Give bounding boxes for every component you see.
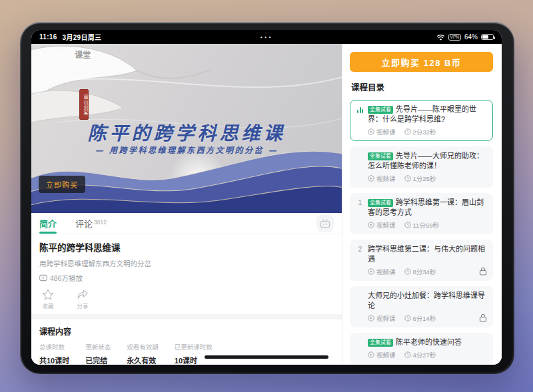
comments-count: 3012 [94, 219, 107, 226]
item-duration: 8分34秒 [413, 267, 436, 276]
course-title: 陈平的跨学科思维课 [39, 240, 334, 254]
course-info-panel: 简介 评论3012 陈平的跨学科思维课 用 [31, 213, 342, 365]
wifi-icon [436, 34, 445, 41]
star-icon [42, 289, 54, 300]
course-banner: bilibili 课堂 眉山剑客 陈平的跨学科思维课 — 用跨学科思维理解东西方… [31, 44, 342, 213]
play-count-icon [39, 274, 47, 282]
bilibili-watermark: bilibili 课堂 [39, 49, 101, 67]
status-date: 3月29日周三 [63, 32, 102, 42]
clock-icon [404, 128, 411, 135]
item-type: 视频课 [376, 267, 396, 276]
catalog-item-3[interactable]: 1 全集试看跨学科思维第一课：眉山剑客的思考方式 视频课 11分59秒 [350, 193, 493, 234]
bilibili-tv-icon[interactable] [316, 215, 334, 232]
item-type: 视频课 [376, 220, 396, 230]
video-type-icon [368, 175, 374, 182]
tab-intro[interactable]: 简介 [39, 213, 57, 234]
stat-updated-lessons: 已更新课时数 10课时 [175, 342, 213, 365]
tab-bar: 简介 评论3012 [31, 213, 342, 234]
clock-time: 11:16 [39, 33, 57, 41]
item-type: 视频课 [376, 350, 396, 359]
clock-icon [404, 315, 411, 321]
item-duration: 2分32秒 [413, 127, 436, 136]
active-tab-underline [39, 232, 57, 234]
item-duration: 4分27秒 [413, 350, 436, 359]
trial-badge: 全集试看 [368, 339, 393, 347]
item-title: 大师兄的小灶加餐：跨学科思维课导论 [368, 292, 485, 309]
item-number: 1 [356, 198, 364, 230]
item-duration: 1分25秒 [413, 174, 436, 183]
ipad-frame: 11:16 3月29日周三 ··· VPN 64% [20, 22, 514, 374]
trial-badge: 全集试看 [368, 106, 393, 114]
favorite-button[interactable]: 收藏 [42, 289, 54, 309]
share-label: 分享 [77, 301, 88, 309]
home-indicator[interactable] [205, 355, 328, 359]
course-subtitle: 用跨学科思维理解东西方文明的分岔 [39, 258, 334, 268]
clock-icon [404, 222, 411, 228]
share-button[interactable]: 分享 [77, 289, 89, 309]
favorite-label: 收藏 [42, 301, 53, 309]
desktop-background: 11:16 3月29日周三 ··· VPN 64% [0, 0, 533, 392]
tab-comments[interactable]: 评论3012 [75, 217, 107, 230]
catalog-sidebar: 立即购买 128 B币 课程目录 全集试看先导片——陈平眼里的世界：什么是跨学科… [342, 44, 502, 365]
status-bar: 11:16 3月29日周三 ··· VPN 64% [31, 30, 502, 44]
video-type-icon [368, 351, 374, 358]
share-icon [77, 289, 89, 300]
video-type-icon [368, 128, 374, 135]
vpn-badge: VPN [448, 34, 461, 41]
catalog-item-1[interactable]: 全集试看先导片——陈平眼里的世界：什么是跨学科思维? 视频课 2分32秒 [350, 100, 493, 141]
stat-update-status: 更新状态 已完结 [85, 342, 111, 365]
catalog-item-4[interactable]: 2 跨学科思维第二课：与伟大的问题相遇 视频课 8分34秒 [350, 240, 493, 281]
item-title: 跨学科思维第二课：与伟大的问题相遇 [368, 245, 485, 263]
item-type: 视频课 [376, 313, 396, 323]
banner-course-title: 陈平的跨学科思维课 [31, 118, 342, 145]
battery-percent: 64% [464, 33, 478, 41]
video-type-icon [368, 315, 374, 321]
clock-icon [404, 175, 411, 182]
stat-total-lessons: 总课时数 共10课时 [39, 342, 69, 365]
multitasking-indicator-icon[interactable]: ··· [261, 32, 273, 42]
ipad-screen: 11:16 3月29日周三 ··· VPN 64% [31, 30, 502, 365]
now-playing-icon [357, 106, 363, 113]
clock-icon [404, 351, 411, 358]
lock-icon [479, 313, 487, 322]
item-number: 2 [356, 244, 364, 276]
battery-icon [481, 34, 494, 40]
video-type-icon [368, 222, 374, 228]
trial-badge: 全集试看 [368, 152, 393, 160]
video-type-icon [368, 268, 374, 275]
banner-course-subtitle: — 用跨学科思维理解东西方文明的分岔 — [31, 144, 342, 155]
lock-icon [479, 267, 487, 276]
item-type: 视频课 [376, 127, 396, 136]
trial-badge: 全集试看 [368, 199, 393, 207]
floating-buy-button[interactable]: 立即购买 [39, 176, 85, 193]
catalog-item-5[interactable]: 大师兄的小灶加餐：跨学科思维课导论 视频课 6分14秒 [350, 286, 493, 327]
item-title: 陈平老师的快速问答 [396, 338, 462, 346]
play-count: 486万播放 [50, 273, 83, 283]
catalog-item-6[interactable]: 全集试看陈平老师的快速问答 视频课 4分27秒 [350, 333, 493, 364]
stat-validity: 观看有效期 永久有效 [127, 342, 159, 365]
item-type: 视频课 [376, 174, 396, 183]
tab-intro-label: 简介 [39, 217, 57, 230]
buy-now-button[interactable]: 立即购买 128 B币 [350, 52, 493, 72]
tab-comments-label: 评论 [75, 219, 93, 229]
red-seal-stamp: 眉山剑客 [79, 89, 89, 120]
watermark-slogan-bar [39, 63, 101, 67]
ketang-logo-box: 课堂 [73, 50, 93, 61]
catalog-item-2[interactable]: 全集试看先导片——大师兄的助攻：怎么听懂陈老师的课！ 视频课 1分25秒 [350, 146, 493, 188]
item-duration: 6分14秒 [413, 313, 436, 323]
bilibili-logo: bilibili [39, 49, 71, 61]
section-divider [31, 314, 342, 319]
clock-icon [404, 268, 411, 275]
catalog-heading: 课程目录 [351, 81, 493, 93]
item-duration: 11分59秒 [413, 220, 439, 230]
course-content-heading: 课程内容 [39, 325, 334, 337]
